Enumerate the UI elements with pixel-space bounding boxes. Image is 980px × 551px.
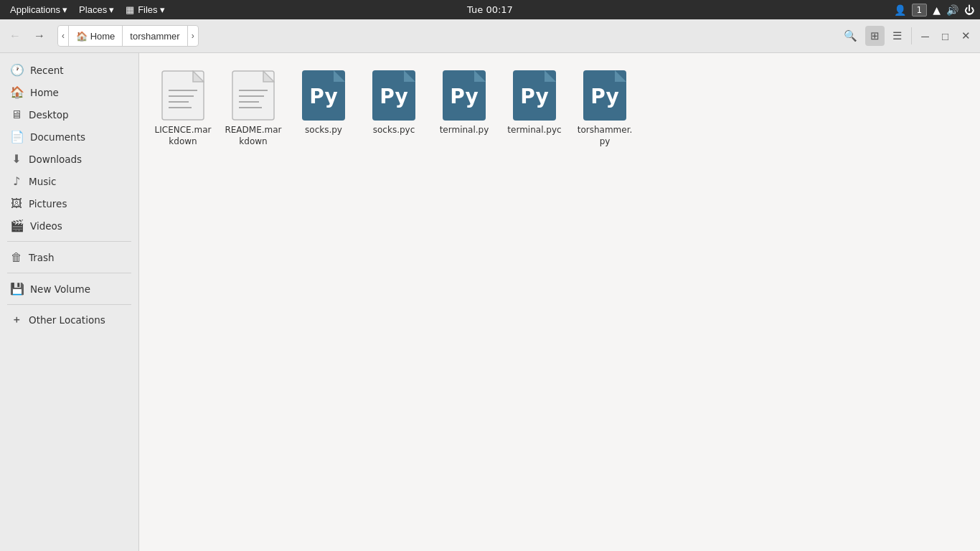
svg-text:Py: Py [520,85,548,108]
sidebar-item-downloads[interactable]: ⬇ Downloads [0,148,138,170]
home-folder-icon: 🏠 [76,31,88,42]
applications-label: Applications [10,4,60,15]
sidebar-item-new-volume[interactable]: 💾 New Volume [0,278,138,300]
sidebar-label-desktop: Desktop [29,109,69,121]
topbar-right: 👤 1 ▲ 🔊 ⏻ [894,4,974,17]
file-item-terminal-py[interactable]: Py terminal.py [432,65,496,153]
topbar-clock: Tue 00:17 [467,4,513,15]
search-icon: 🔍 [844,29,857,42]
sidebar-label-trash: Trash [29,252,55,263]
file-item-licence-md[interactable]: LICENCE.markdown [151,65,215,153]
recent-icon: 🕐 [10,63,24,77]
music-icon: ♪ [10,174,23,188]
list-view-button[interactable]: ☰ [887,26,907,46]
files-icon: ▦ [126,4,134,15]
forward-button[interactable]: → [29,26,50,46]
sidebar-label-home: Home [30,87,59,98]
sidebar: 🕐 Recent 🏠 Home 🖥 Desktop 📄 Documents ⬇ … [0,53,139,551]
workspace-indicator[interactable]: 1 [912,4,928,17]
wifi-icon[interactable]: ▲ [933,4,941,16]
maximize-icon: □ [942,30,948,42]
file-icon-socks-py: Py [302,70,345,121]
sidebar-label-documents: Documents [30,131,85,143]
breadcrumb-right-arrow[interactable]: › [188,26,198,46]
file-item-readme-md[interactable]: README.markdown [221,65,286,153]
downloads-icon: ⬇ [10,152,23,166]
sidebar-item-home[interactable]: 🏠 Home [0,81,138,103]
toolbar-separator [911,27,912,44]
sidebar-item-music[interactable]: ♪ Music [0,170,138,192]
sidebar-separator-1 [7,241,131,242]
file-label-readme-md: README.markdown [224,125,283,147]
sidebar-label-new-volume: New Volume [30,283,90,295]
file-item-socks-py[interactable]: Py socks.py [291,65,356,153]
files-menu[interactable]: ▦ Files ▾ [121,3,169,17]
trash-icon: 🗑 [10,250,23,264]
breadcrumb-home-label: Home [90,31,116,42]
grid-view-button[interactable]: ⊞ [865,26,885,46]
sidebar-item-other-locations[interactable]: ＋ Other Locations [0,309,138,331]
file-item-terminal-pyc[interactable]: Py terminal.pyc [502,65,567,153]
places-label: Places [79,4,107,15]
pictures-icon: 🖼 [10,197,23,210]
file-icon-terminal-py: Py [443,70,486,121]
sidebar-item-trash[interactable]: 🗑 Trash [0,246,138,268]
other-locations-icon: ＋ [10,314,23,326]
applications-menu[interactable]: Applications ▾ [6,3,72,17]
file-label-terminal-pyc: terminal.pyc [507,125,561,136]
file-manager-window: ← → ‹ 🏠 Home torshammer › 🔍 ⊞ ☰ ─ [0,19,980,551]
file-icon-licence-md [161,70,204,121]
volume-icon[interactable]: 🔊 [946,4,958,16]
back-button[interactable]: ← [4,26,26,46]
file-item-torshammer-py[interactable]: Py torshammer.py [573,65,637,153]
home-icon: 🏠 [10,85,24,99]
file-icon-torshammer-py: Py [583,70,626,121]
minimize-icon: ─ [921,30,929,42]
topbar-left: Applications ▾ Places ▾ ▦ Files ▾ [6,3,169,17]
sidebar-label-music: Music [29,176,56,187]
file-label-torshammer-py: torshammer.py [575,125,634,147]
main-area: 🕐 Recent 🏠 Home 🖥 Desktop 📄 Documents ⬇ … [0,53,980,551]
sidebar-item-documents[interactable]: 📄 Documents [0,126,138,148]
people-icon[interactable]: 👤 [894,4,906,16]
file-area: LICENCE.markdown README.markdown [139,53,980,551]
files-label: Files [138,4,157,15]
breadcrumb-home[interactable]: 🏠 Home [69,26,123,46]
breadcrumb-torshammer-label: torshammer [130,31,179,42]
new-volume-icon: 💾 [10,282,24,296]
power-icon[interactable]: ⏻ [964,4,974,16]
svg-text:Py: Py [309,85,337,108]
file-icon-terminal-pyc: Py [513,70,556,121]
sidebar-label-recent: Recent [30,65,64,76]
minimize-button[interactable]: ─ [916,27,934,46]
sidebar-item-videos[interactable]: 🎬 Videos [0,215,138,237]
list-icon: ☰ [892,29,902,42]
svg-text:Py: Py [380,85,407,108]
files-arrow: ▾ [160,4,165,15]
videos-icon: 🎬 [10,219,24,232]
sidebar-label-other-locations: Other Locations [29,314,105,326]
sidebar-item-pictures[interactable]: 🖼 Pictures [0,192,138,215]
file-item-socks-pyc[interactable]: Py socks.pyc [362,65,426,153]
breadcrumb-torshammer[interactable]: torshammer [123,26,187,46]
sidebar-label-downloads: Downloads [29,154,82,165]
applications-arrow: ▾ [62,4,67,15]
close-button[interactable]: ✕ [956,26,976,46]
documents-icon: 📄 [10,130,24,143]
svg-text:Py: Py [450,85,478,108]
svg-text:Py: Py [590,85,618,108]
topbar: Applications ▾ Places ▾ ▦ Files ▾ Tue 00… [0,0,980,19]
breadcrumb-left-arrow[interactable]: ‹ [58,26,69,46]
close-icon: ✕ [961,29,971,42]
sidebar-item-desktop[interactable]: 🖥 Desktop [0,103,138,126]
desktop-icon: 🖥 [10,108,23,121]
maximize-button[interactable]: □ [937,27,953,46]
sidebar-item-recent[interactable]: 🕐 Recent [0,59,138,81]
file-label-socks-py: socks.py [305,125,342,136]
file-label-licence-md: LICENCE.markdown [154,125,212,147]
grid-icon: ⊞ [870,29,880,42]
places-menu[interactable]: Places ▾ [75,3,118,17]
search-button[interactable]: 🔍 [839,26,862,46]
file-label-terminal-py: terminal.py [440,125,489,136]
toolbar: ← → ‹ 🏠 Home torshammer › 🔍 ⊞ ☰ ─ [0,19,980,53]
